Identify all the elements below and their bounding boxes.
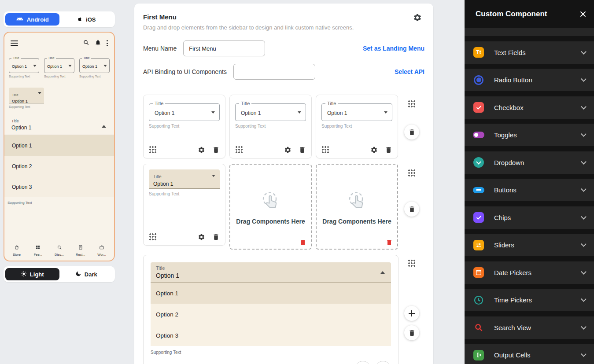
row-drag-handle[interactable] — [408, 100, 416, 108]
receipt-icon — [78, 244, 83, 252]
drag-handle[interactable] — [149, 233, 157, 241]
settings-icon[interactable] — [370, 146, 378, 154]
category-label: Time Pickers — [494, 296, 532, 304]
category-label: Toggles — [494, 131, 517, 139]
dark-theme-label: Dark — [85, 271, 97, 278]
drag-handle[interactable] — [235, 146, 243, 154]
expanded-dropdown-header[interactable]: Title Option 1 — [4, 117, 114, 135]
menu-icon[interactable] — [11, 40, 18, 46]
design-canvas: Title Option 1 Supporting Text — [143, 95, 424, 364]
settings-icon[interactable] — [198, 233, 205, 241]
component-category-text-fields[interactable]: Tt Text Fields — [465, 41, 594, 64]
component-category-checkbox[interactable]: Checkbox — [465, 96, 594, 119]
select-api-link[interactable]: Select API — [395, 68, 424, 75]
chevron-down-icon — [581, 76, 587, 82]
dropdown-option[interactable]: Option 1 — [4, 135, 114, 156]
category-label: Radio Button — [494, 76, 532, 84]
dark-theme-button[interactable]: Dark — [59, 268, 114, 280]
nav-item-wor[interactable]: Wor... — [93, 244, 111, 257]
ios-tab[interactable]: iOS — [59, 13, 114, 26]
close-icon[interactable] — [579, 10, 587, 18]
nav-item-reci[interactable]: Reci... — [72, 244, 89, 257]
dropdown-value: Option 1 — [80, 59, 109, 69]
dropdown-field[interactable]: Title Option 1 — [235, 103, 306, 121]
nav-item-disc[interactable]: Disc... — [51, 244, 68, 257]
delete-row-button[interactable] — [404, 125, 419, 140]
plus-icon — [409, 310, 415, 316]
preview-dropdown[interactable]: Title Option 1 Supporting Text — [44, 58, 74, 78]
category-label: Checkbox — [494, 104, 524, 111]
more-options-icon[interactable] — [107, 40, 108, 46]
dropdown-option[interactable]: Option 2 — [4, 156, 114, 176]
row-drag-handle[interactable] — [408, 169, 416, 177]
delete-icon[interactable] — [212, 233, 220, 241]
search-icon[interactable] — [83, 39, 89, 48]
component-category-dropdown[interactable]: Dropdown — [465, 151, 594, 174]
delete-icon[interactable] — [386, 239, 393, 246]
component-category-search-view[interactable]: Search View — [465, 316, 594, 339]
delete-button[interactable] — [375, 361, 391, 364]
component-category-buttons[interactable]: Buttons — [465, 179, 594, 201]
preview-dropdown[interactable]: Title Option 1 Supporting Text — [79, 58, 110, 78]
api-binding-input[interactable] — [233, 64, 315, 80]
expanded-dropdown-header[interactable]: Title Option 1 — [151, 262, 391, 283]
dropdown-option[interactable]: Option 3 — [4, 176, 114, 197]
preview-filled-dropdown[interactable]: Title Option 1 Supporting Text — [9, 88, 44, 108]
drop-zone[interactable]: Drag Components Here — [229, 164, 312, 250]
add-row-button[interactable] — [404, 306, 419, 321]
dropdown-component-card[interactable]: Title Option 1 Supporting Text — [143, 95, 225, 158]
delete-icon[interactable] — [299, 239, 306, 246]
chevron-down-icon — [298, 111, 301, 114]
grid-icon — [35, 244, 41, 252]
theme-toggle: Light Dark — [4, 266, 115, 282]
dropdown-option[interactable]: Option 1 — [151, 283, 391, 304]
component-category-toggles[interactable]: Toggles — [465, 124, 594, 146]
light-theme-button[interactable]: Light — [5, 268, 59, 280]
expanded-dropdown-card[interactable]: Title Option 1 Option 1 Option 2 Option … — [143, 255, 398, 364]
dropdown-field[interactable]: Title Option 1 — [149, 103, 220, 121]
delete-row-button[interactable] — [404, 202, 419, 217]
settings-icon[interactable] — [198, 146, 205, 154]
dropdown-field[interactable]: Title Option 1 — [321, 103, 392, 121]
page-subtitle: Drag and drop elements from the sidebar … — [143, 24, 424, 31]
component-category-partial[interactable] — [465, 28, 594, 36]
android-tab[interactable]: Android — [5, 13, 59, 26]
radio-button-icon — [473, 74, 484, 86]
bell-icon[interactable] — [95, 39, 101, 48]
nav-item-store[interactable]: Store — [8, 244, 26, 257]
drag-handle[interactable] — [149, 146, 157, 154]
component-category-sliders[interactable]: Sliders — [465, 234, 594, 256]
preview-dropdown[interactable]: Title Option 1 Supporting Text — [9, 58, 39, 78]
component-category-chips[interactable]: Chips — [465, 206, 594, 229]
menu-name-input[interactable] — [183, 40, 265, 56]
component-category-radio-button[interactable]: Radio Button — [465, 69, 594, 91]
dropdown-option[interactable]: Option 2 — [151, 304, 391, 325]
dropdown-field[interactable]: Title Option 1 — [149, 169, 220, 189]
supporting-text: Supporting Text — [149, 124, 220, 129]
chevron-down-icon — [581, 159, 587, 165]
dropdown-value: Option 1 — [12, 99, 41, 103]
set-landing-menu-link[interactable]: Set as Landing Menu — [363, 45, 424, 52]
component-category-time-pickers[interactable]: Time Pickers — [465, 289, 594, 311]
row-drag-handle[interactable] — [408, 259, 416, 267]
nav-item-label: Wor... — [97, 253, 106, 257]
dropdown-component-card[interactable]: Title Option 1 Supporting Text — [143, 164, 225, 246]
component-category-output-cells[interactable]: Output Cells — [465, 344, 594, 364]
delete-icon[interactable] — [385, 146, 392, 154]
dropdown-component-card[interactable]: Title Option 1 Supporting Text — [229, 95, 312, 158]
dropdown-component-card[interactable]: Title Option 1 Supporting Text — [316, 95, 398, 158]
component-category-date-pickers[interactable]: Date Pickers — [465, 261, 594, 284]
settings-button[interactable] — [355, 361, 371, 364]
drop-zone[interactable]: Drag Components Here — [316, 164, 398, 250]
component-library-panel: Custom Component Tt Text Fields Radio Bu… — [465, 0, 594, 364]
delete-row-button[interactable] — [404, 325, 419, 340]
settings-icon[interactable] — [413, 13, 422, 22]
category-label: Output Cells — [494, 351, 531, 359]
delete-icon[interactable] — [299, 146, 306, 154]
drag-handle[interactable] — [321, 146, 329, 154]
delete-icon[interactable] — [212, 146, 220, 154]
settings-icon[interactable] — [284, 146, 291, 154]
drop-zone-label: Drag Components Here — [236, 218, 305, 225]
dropdown-option[interactable]: Option 3 — [151, 325, 391, 346]
nav-item-fee[interactable]: Fee... — [29, 244, 47, 257]
